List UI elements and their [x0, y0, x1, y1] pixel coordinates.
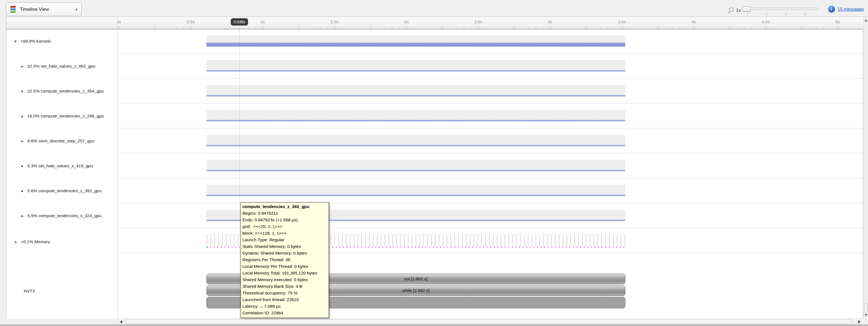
- view-selector-label: Timeline View: [20, 7, 49, 12]
- sidebar-item-label: 18.0% compute_tendencies_x_286_gpu: [27, 113, 104, 118]
- scroll-down-icon[interactable]: [865, 314, 867, 316]
- zoom-slider-tick: [766, 13, 767, 15]
- ruler-tick-label: 3s: [548, 19, 552, 24]
- tooltip-line: Local Memory Per Thread: 0 bytes: [242, 263, 327, 270]
- scroll-left-icon[interactable]: [120, 320, 122, 324]
- sidebar-item-label: 6.3% set_halo_values_x_419_gpu: [27, 163, 93, 168]
- expand-triangle-icon[interactable]: [20, 90, 25, 93]
- kernel-row-band: [207, 60, 625, 72]
- ruler-tick-label: 4.5s: [762, 19, 770, 24]
- messages-link[interactable]: 15 messages: [838, 7, 864, 12]
- zoom-level-label: 1x: [736, 8, 741, 13]
- expand-triangle-icon[interactable]: [20, 140, 25, 143]
- zoom-slider-tick: [786, 13, 786, 15]
- ruler-tick-label: 0s: [118, 19, 121, 24]
- sidebar-header: [6, 17, 118, 29]
- ruler-tick-label: 2.5s: [474, 19, 482, 24]
- horizontal-scrollbar-thumb[interactable]: [125, 320, 851, 324]
- sidebar-item-label: 22.5% compute_tendencies_z_354_gpu: [27, 89, 104, 93]
- kernel-row-band: [207, 185, 625, 196]
- ruler-tick-label: 0.5s: [187, 19, 195, 24]
- sidebar-item-label: <0.1% Memory: [21, 239, 50, 244]
- tooltip-line: block: <<<128, 1, 1>>>: [242, 230, 327, 237]
- view-selector-dropdown[interactable]: Timeline View: [6, 2, 82, 16]
- zoom-slider-track[interactable]: [745, 8, 818, 10]
- kernel-activity-bar[interactable]: [207, 95, 625, 97]
- cursor-time-badge: 0.839s: [231, 18, 248, 26]
- row-separator: [118, 203, 863, 203]
- expand-triangle-icon[interactable]: [20, 165, 25, 168]
- kernel-row-band: [207, 135, 625, 146]
- kernel-activity-bar[interactable]: [207, 195, 625, 196]
- expand-triangle-icon[interactable]: [20, 214, 25, 217]
- ruler-tick-label: 2s: [404, 19, 409, 24]
- kernel-activity-bar[interactable]: [207, 170, 625, 171]
- sidebar-item-set-halo-values-z[interactable]: 32.5% set_halo_values_z_462_gpu: [6, 63, 117, 69]
- scroll-up-icon[interactable]: [865, 19, 867, 21]
- sidebar-item-label: 5.5% compute_tendencies_x_324_gpu: [27, 213, 101, 218]
- bottom-status-strip: [0, 324, 868, 326]
- kernel-activity-bar[interactable]: [207, 145, 625, 146]
- sidebar-item-compute-tendencies-z-392[interactable]: 5.6% compute_tendencies_z_392_gpu: [6, 188, 117, 194]
- info-icon: [828, 6, 835, 12]
- ruler-major-ticks: [119, 26, 863, 29]
- nvtx-range-label: while [2.882 s]: [402, 288, 430, 293]
- tooltip-line: Launch Type: Regular: [242, 237, 327, 243]
- tooltip-line: Shared Memory Bank Size: 4 B: [242, 283, 327, 290]
- ruler-tick-label: 1.5s: [331, 19, 338, 24]
- scroll-right-icon[interactable]: [858, 320, 861, 324]
- timeline-row-tree: >99.9% Kernels 32.5% set_halo_values_z_4…: [6, 29, 118, 319]
- ruler-tick-label: 4s: [692, 19, 696, 24]
- tooltip-line: Begins: 0.847621s: [242, 210, 327, 217]
- sidebar-item-compute-tendencies-x-286[interactable]: 18.0% compute_tendencies_x_286_gpu: [6, 113, 117, 119]
- timeline-view-icon: [10, 6, 16, 13]
- cursor-stem: [239, 26, 240, 29]
- ruler-tick-label: 1s: [260, 19, 265, 24]
- tooltip-line: Registers Per Thread: 36: [242, 256, 327, 263]
- tooltip-line: Launched from thread: 22610: [242, 296, 327, 303]
- tooltip-line: Shared Memory executed: 0 bytes: [242, 276, 327, 283]
- tooltip-line: Latency: ←7.089 µs: [242, 303, 327, 310]
- kernel-row-band: [207, 160, 625, 171]
- row-separator: [118, 228, 863, 228]
- zoom-slider-handle[interactable]: [743, 6, 751, 11]
- row-separator: [118, 153, 863, 154]
- row-separator: [118, 128, 863, 129]
- kernel-activity-bar[interactable]: [207, 120, 625, 121]
- sidebar-item-label: 9.6% semi_discrete_step_257_gpu: [27, 138, 94, 143]
- sidebar-item-semi-discrete-step[interactable]: 9.6% semi_discrete_step_257_gpu: [6, 138, 117, 144]
- sidebar-item-memory[interactable]: <0.1% Memory: [6, 239, 117, 245]
- timeline-ruler[interactable]: 0s 0.5s 1s 1.5s 2s 2.5s 3s 3.5s 4s 4.5s …: [118, 17, 863, 29]
- nvtx-range-label: init [2.882 s]: [404, 276, 428, 281]
- sidebar-item-label: 32.5% set_halo_values_z_462_gpu: [27, 64, 95, 69]
- tooltip-line: Theoretical occupancy: 75 %: [242, 290, 327, 296]
- kernel-activity-bar[interactable]: [207, 70, 625, 72]
- sidebar-item-set-halo-values-x[interactable]: 6.3% set_halo_values_x_419_gpu: [6, 163, 117, 169]
- tooltip-line: Local Memory Total: 191,365,120 bytes: [242, 270, 327, 276]
- horizontal-scrollbar[interactable]: [118, 319, 863, 325]
- sidebar-item-label: >99.9% Kernels: [21, 39, 51, 44]
- memory-transfer-dot-teal[interactable]: [207, 246, 208, 248]
- vertical-scrollbar-thumb[interactable]: [864, 304, 867, 313]
- expand-triangle-icon[interactable]: [14, 240, 18, 243]
- vertical-scrollbar[interactable]: [864, 17, 868, 319]
- collapse-triangle-icon[interactable]: [13, 40, 18, 43]
- expand-triangle-icon[interactable]: [20, 189, 25, 192]
- tooltip-line: grid: <<<25, 1, 1>>>: [242, 223, 327, 230]
- sidebar-item-compute-tendencies-x-324[interactable]: 5.5% compute_tendencies_x_324_gpu: [6, 213, 117, 219]
- tooltip-line: Static Shared Memory: 0 bytes: [242, 243, 327, 250]
- sidebar-item-label: NVTX: [24, 289, 35, 294]
- tooltip-line: Correlation ID: 22984: [242, 310, 327, 316]
- ruler-tick-label: 5s: [835, 19, 840, 24]
- expand-triangle-icon[interactable]: [20, 65, 25, 68]
- expand-triangle-icon[interactable]: [20, 115, 25, 118]
- ruler-tick-label: 3.5s: [618, 19, 626, 24]
- kernels-activity-bar[interactable]: [207, 43, 625, 47]
- timeline-canvas[interactable]: init [2.882 s] while [2.882 s]: [118, 29, 863, 319]
- sidebar-item-nvtx[interactable]: NVTX: [6, 288, 117, 294]
- tooltip-line: Dynamic Shared Memory: 0 bytes: [242, 250, 327, 256]
- sidebar-item-compute-tendencies-z-354[interactable]: 22.5% compute_tendencies_z_354_gpu: [6, 88, 117, 94]
- kernel-tooltip: compute_tendencies_z_392_gpu Begins: 0.8…: [241, 202, 329, 318]
- row-separator: [118, 103, 863, 104]
- sidebar-item-kernels[interactable]: >99.9% Kernels: [6, 38, 117, 44]
